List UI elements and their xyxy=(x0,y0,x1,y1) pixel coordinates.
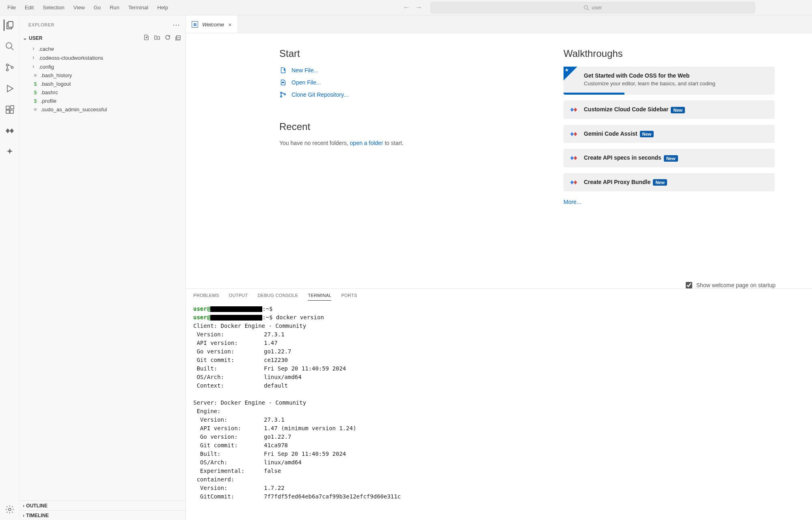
panel-tab-ports[interactable]: PORTS xyxy=(341,293,357,301)
explorer-icon[interactable] xyxy=(4,20,15,31)
tree-folder[interactable]: .cache xyxy=(24,44,186,53)
menu-help[interactable]: Help xyxy=(153,2,172,13)
svg-point-0 xyxy=(584,5,588,9)
walkthrough-subtitle: Customize your editor, learn the basics,… xyxy=(584,80,768,87)
root-folder-name: USER xyxy=(29,35,42,41)
settings-gear-icon[interactable] xyxy=(4,504,15,515)
menubar: File Edit Selection View Go Run Terminal… xyxy=(0,2,175,13)
chevron-down-icon: ⌄ xyxy=(23,35,27,41)
tree-file[interactable]: $.bash_logout xyxy=(24,80,186,88)
svg-point-12 xyxy=(9,508,11,511)
walkthrough-title: Create API specs in seconds xyxy=(584,154,661,161)
show-welcome-checkbox[interactable] xyxy=(686,282,692,288)
outline-section[interactable]: ›OUTLINE xyxy=(19,500,186,510)
cloud-code-icon[interactable] xyxy=(4,125,15,136)
menu-go[interactable]: Go xyxy=(90,2,105,13)
terminal-output[interactable]: user@:~$ user@:~$ docker versionClient: … xyxy=(186,301,812,520)
extensions-icon[interactable] xyxy=(4,104,15,115)
tree-file[interactable]: $.profile xyxy=(24,97,186,105)
walkthrough-card[interactable]: Get Started with Code OSS for the Web Cu… xyxy=(564,67,775,95)
new-badge: New xyxy=(653,179,667,186)
panel-tabs: PROBLEMS OUTPUT DEBUG CONSOLE TERMINAL P… xyxy=(186,289,812,301)
tab-welcome[interactable]: ▦ Welcome × xyxy=(186,15,238,33)
open-folder-link[interactable]: open a folder xyxy=(350,140,383,146)
svg-rect-9 xyxy=(6,110,9,113)
clone-repo-action[interactable]: Clone Git Repository... xyxy=(279,91,539,98)
new-folder-icon[interactable] xyxy=(154,34,160,42)
svg-point-7 xyxy=(11,67,13,69)
svg-rect-10 xyxy=(10,110,13,113)
new-file-action[interactable]: New File... xyxy=(279,67,539,74)
svg-rect-8 xyxy=(6,106,9,109)
menu-terminal[interactable]: Terminal xyxy=(124,2,152,13)
run-debug-icon[interactable] xyxy=(4,83,15,94)
show-welcome-label: Show welcome page on startup xyxy=(696,282,775,288)
tree-file[interactable]: ≡.sudo_as_admin_successful xyxy=(24,105,186,114)
tree-folder[interactable]: .config xyxy=(24,62,186,71)
panel-tab-output[interactable]: OUTPUT xyxy=(229,293,248,301)
tab-label: Welcome xyxy=(202,22,224,28)
walkthrough-card[interactable]: Customize Cloud Code SidebarNew xyxy=(564,100,775,119)
menu-file[interactable]: File xyxy=(3,2,20,13)
activity-bar xyxy=(0,15,19,520)
tree-file[interactable]: ≡.bash_history xyxy=(24,71,186,80)
start-heading: Start xyxy=(279,48,539,59)
panel-tab-terminal[interactable]: TERMINAL xyxy=(308,293,331,301)
folder-root-header[interactable]: ⌄ USER xyxy=(19,32,186,43)
tree-file[interactable]: $.bashrc xyxy=(24,88,186,97)
cloud-code-icon xyxy=(569,105,578,114)
collapse-all-icon[interactable] xyxy=(175,34,181,42)
file-tree: .cache .codeoss-cloudworkstations .confi… xyxy=(19,43,186,117)
sidebar-title: EXPLORER xyxy=(28,22,54,27)
menu-view[interactable]: View xyxy=(69,2,89,13)
git-branch-icon xyxy=(279,91,287,98)
panel-tab-debug[interactable]: DEBUG CONSOLE xyxy=(258,293,298,301)
file-icon: ≡ xyxy=(32,72,38,78)
new-badge: New xyxy=(640,131,654,137)
bottom-panel: PROBLEMS OUTPUT DEBUG CONSOLE TERMINAL P… xyxy=(186,288,812,520)
walkthrough-card[interactable]: Create API Proxy BundleNew xyxy=(564,173,775,192)
welcome-tab-icon: ▦ xyxy=(192,21,198,28)
svg-point-14 xyxy=(281,92,282,94)
cloud-code-icon xyxy=(569,154,578,162)
close-icon[interactable]: × xyxy=(228,21,232,28)
svg-point-3 xyxy=(6,43,12,48)
timeline-section[interactable]: ›TIMELINE xyxy=(19,510,186,520)
walkthrough-title: Customize Cloud Code Sidebar xyxy=(584,106,668,113)
menu-run[interactable]: Run xyxy=(106,2,123,13)
tree-folder[interactable]: .codeoss-cloudworkstations xyxy=(24,53,186,62)
shell-icon: $ xyxy=(32,81,38,87)
svg-point-5 xyxy=(6,64,8,66)
svg-point-6 xyxy=(6,69,8,71)
panel-tab-problems[interactable]: PROBLEMS xyxy=(193,293,219,301)
walkthroughs-heading: Walkthroughs xyxy=(564,48,775,59)
chevron-right-icon: › xyxy=(23,512,24,518)
startup-checkbox-row: Show welcome page on startup xyxy=(186,282,775,288)
new-file-icon[interactable] xyxy=(143,34,150,42)
menu-selection[interactable]: Selection xyxy=(39,2,68,13)
walkthrough-card[interactable]: Gemini Code AssistNew xyxy=(564,125,775,143)
nav-back-icon[interactable]: ← xyxy=(403,3,410,12)
walkthrough-title: Create API Proxy Bundle xyxy=(584,179,650,185)
shell-icon: $ xyxy=(32,89,38,95)
sparkle-icon[interactable] xyxy=(4,146,15,158)
recent-empty-text: You have no recent folders, open a folde… xyxy=(279,140,539,146)
menu-edit[interactable]: Edit xyxy=(21,2,38,13)
editor-area: ▦ Welcome × Start New File... Open File.… xyxy=(186,15,812,520)
editor-tabs: ▦ Welcome × xyxy=(186,15,812,33)
svg-point-16 xyxy=(284,93,286,95)
more-walkthroughs-link[interactable]: More... xyxy=(564,199,775,205)
svg-line-1 xyxy=(587,9,589,10)
refresh-icon[interactable] xyxy=(164,34,171,42)
search-activity-icon[interactable] xyxy=(4,41,15,52)
new-file-icon xyxy=(279,67,287,74)
source-control-icon[interactable] xyxy=(4,62,15,73)
walkthrough-title: Get Started with Code OSS for the Web xyxy=(584,72,689,79)
search-icon xyxy=(583,5,589,11)
new-badge: New xyxy=(671,107,685,113)
walkthrough-card[interactable]: Create API specs in secondsNew xyxy=(564,149,775,167)
open-file-action[interactable]: Open File... xyxy=(279,79,539,86)
sidebar-more-icon[interactable]: ⋯ xyxy=(173,20,180,29)
nav-forward-icon[interactable]: → xyxy=(415,3,422,12)
command-center-search[interactable]: user xyxy=(430,2,755,13)
